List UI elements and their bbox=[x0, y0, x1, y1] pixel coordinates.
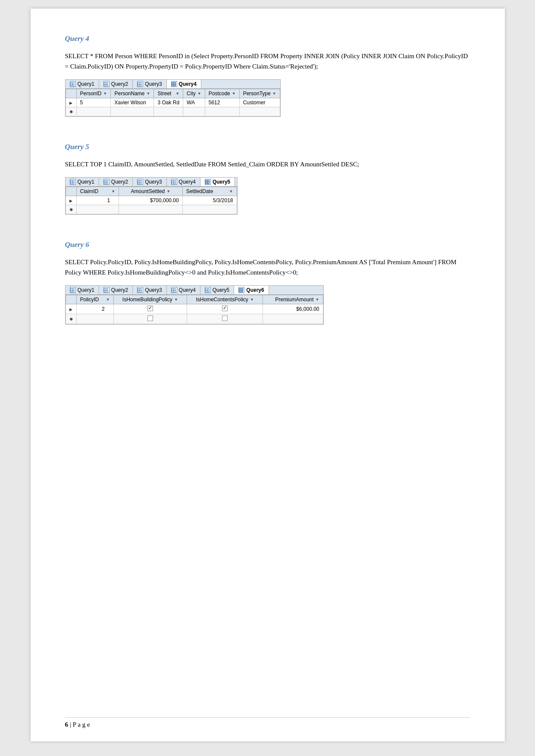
q5-tab4-icon bbox=[171, 179, 177, 185]
newrow-ishomecontentspolicy-checkbox bbox=[222, 316, 228, 321]
tab3-label: Query3 bbox=[145, 81, 162, 87]
q4-newrow-personname bbox=[111, 107, 154, 116]
q4-col-postcode-arrow[interactable]: ▼ bbox=[232, 91, 236, 96]
query6-tab-5[interactable]: Query5 bbox=[200, 286, 234, 294]
table-row-new bbox=[66, 205, 237, 214]
q6-tab5-icon bbox=[205, 287, 211, 293]
q5-row1-settleddate: 5/3/2018 bbox=[182, 196, 237, 205]
q6-col-premiumamount-arrow[interactable]: ▼ bbox=[316, 297, 319, 302]
query4-grid: PersonID ▼ PersonName ▼ bbox=[66, 89, 280, 116]
q4-col-persontype-arrow[interactable]: ▼ bbox=[272, 91, 276, 96]
query4-heading: Query 4 bbox=[65, 34, 470, 43]
q6-col-premiumamount: PremiumAmount ▼ bbox=[263, 295, 323, 304]
query6-tabs: Query1 Query2 Query3 Query4 Query5 bbox=[66, 286, 323, 295]
q4-col-street-arrow[interactable]: ▼ bbox=[175, 91, 179, 96]
q4-col-personname-arrow[interactable]: ▼ bbox=[146, 91, 150, 96]
query5-result: Query1 Query2 Query3 Query4 Query5 bbox=[65, 177, 238, 215]
tab3-icon bbox=[137, 81, 143, 87]
q5-tab2-label: Query2 bbox=[111, 179, 128, 185]
q5-header-indicator bbox=[66, 187, 76, 196]
q6-row1-policyid: 2 bbox=[76, 304, 113, 314]
q6-newrow-ishomecontentspolicy bbox=[187, 314, 263, 324]
q4-newrow-postcode bbox=[205, 107, 239, 116]
tab2-label: Query2 bbox=[111, 81, 128, 87]
q5-col-settleddate: SettledDate ▼ bbox=[182, 187, 237, 196]
query6-heading: Query 6 bbox=[65, 241, 470, 249]
q6-tab1-label: Query1 bbox=[78, 287, 94, 293]
query6-tab-4[interactable]: Query4 bbox=[167, 286, 200, 294]
page: Query 4 SELECT * FROM Person WHERE Perso… bbox=[31, 9, 505, 741]
q6-col-policyid-arrow[interactable]: ▼ bbox=[106, 297, 110, 302]
q6-newrow-premiumamount bbox=[263, 314, 323, 324]
query5-tab-1[interactable]: Query1 bbox=[66, 178, 99, 186]
ishomebuildingpolicy-checkbox bbox=[147, 306, 153, 311]
q5-tab3-label: Query3 bbox=[145, 179, 162, 185]
query6-tab-2[interactable]: Query2 bbox=[99, 286, 133, 294]
query6-tab-6[interactable]: Query6 bbox=[234, 286, 269, 294]
query4-tab-2[interactable]: Query2 bbox=[99, 80, 133, 88]
q6-row1-ishomebuildingpolicy bbox=[113, 304, 187, 314]
q4-newrow-personid[interactable] bbox=[76, 107, 111, 116]
q6-row1-indicator bbox=[66, 304, 76, 314]
tab4-label: Query4 bbox=[179, 81, 197, 87]
q5-row1-amountsettled: $700,000.00 bbox=[119, 196, 183, 205]
query5-tab-2[interactable]: Query2 bbox=[99, 178, 133, 186]
q6-tab2-label: Query2 bbox=[111, 287, 128, 293]
q6-tab3-label: Query3 bbox=[145, 287, 162, 293]
table-row: 2 $6,000.00 bbox=[66, 304, 323, 314]
q6-header-indicator bbox=[66, 295, 76, 304]
query5-sql: SELECT TOP 1 ClaimID, AmountSettled, Set… bbox=[65, 159, 470, 169]
query5-tab-5[interactable]: Query5 bbox=[200, 178, 235, 186]
q6-col-ishomebuildingpolicy: IsHomeBuildingPolicy ▼ bbox=[113, 295, 187, 304]
page-footer: 6 | P a g e bbox=[65, 717, 470, 728]
query4-tab-1[interactable]: Query1 bbox=[66, 80, 99, 88]
tab1-label: Query1 bbox=[78, 81, 94, 87]
query4-result: Query1 Query2 Query3 Query4 bbox=[65, 79, 281, 117]
q4-row1-postcode: 5612 bbox=[205, 98, 239, 107]
q4-col-postcode: Postcode ▼ bbox=[205, 89, 239, 98]
query6-grid: PolicyID ▼ IsHomeBuildingPolicy ▼ bbox=[66, 295, 323, 324]
q4-row1-personid: 5 bbox=[76, 98, 111, 107]
query5-tab-4[interactable]: Query4 bbox=[167, 178, 200, 186]
q4-col-city: City ▼ bbox=[183, 89, 205, 98]
table-row: 5 Xavier Wilson 3 Oak Rd WA 5612 Custome… bbox=[66, 98, 280, 107]
query5-section: Query 5 SELECT TOP 1 ClaimID, AmountSett… bbox=[65, 143, 470, 228]
query5-tab-3[interactable]: Query3 bbox=[133, 178, 166, 186]
q5-tab2-icon bbox=[103, 179, 110, 185]
query4-tab-4[interactable]: Query4 bbox=[167, 80, 201, 88]
q6-newrow-policyid[interactable] bbox=[76, 314, 113, 324]
query6-tab-1[interactable]: Query1 bbox=[66, 286, 99, 294]
q6-tab2-icon bbox=[103, 287, 110, 293]
q4-newrow-street bbox=[154, 107, 183, 116]
q6-tab6-icon bbox=[238, 287, 244, 293]
q4-row1-city: WA bbox=[183, 98, 205, 107]
q4-newrow-city bbox=[183, 107, 205, 116]
q6-tab5-label: Query5 bbox=[213, 287, 229, 293]
q4-newrow-persontype bbox=[239, 107, 280, 116]
q4-col-city-arrow[interactable]: ▼ bbox=[197, 91, 201, 96]
q6-col-ishomecontentspolicy-arrow[interactable]: ▼ bbox=[250, 297, 254, 302]
q6-col-ishomecontentspolicy: IsHomeContentsPolicy ▼ bbox=[187, 295, 263, 304]
tab2-icon bbox=[103, 81, 110, 87]
q5-tab4-label: Query4 bbox=[179, 179, 196, 185]
q6-newrow-indicator bbox=[66, 314, 76, 324]
q4-col-personid-arrow[interactable]: ▼ bbox=[103, 91, 107, 96]
page-label: | P a g e bbox=[70, 721, 90, 728]
query6-tab-3[interactable]: Query3 bbox=[133, 286, 166, 294]
q6-col-ishomebuildingpolicy-arrow[interactable]: ▼ bbox=[174, 297, 178, 302]
q5-row1-claimid: 1 bbox=[76, 196, 119, 205]
q4-col-persontype: PersonType ▼ bbox=[239, 89, 280, 98]
q6-row1-ishomecontentspolicy bbox=[187, 304, 263, 314]
page-number: 6 bbox=[65, 721, 69, 728]
tab1-icon bbox=[70, 81, 76, 87]
q5-col-settleddate-arrow[interactable]: ▼ bbox=[229, 189, 233, 194]
query4-tab-3[interactable]: Query3 bbox=[133, 80, 166, 88]
table-row-new bbox=[66, 314, 323, 324]
q5-newrow-claimid[interactable] bbox=[76, 205, 119, 214]
q5-col-claimid-arrow[interactable]: ▼ bbox=[111, 189, 115, 194]
q4-newrow-indicator bbox=[66, 107, 76, 116]
query5-grid: ClaimID ▼ AmountSettled ▼ bbox=[66, 187, 237, 214]
q5-col-amountsettled-arrow[interactable]: ▼ bbox=[166, 189, 170, 194]
q4-row1-indicator bbox=[66, 98, 76, 107]
q5-tab1-label: Query1 bbox=[78, 179, 94, 185]
